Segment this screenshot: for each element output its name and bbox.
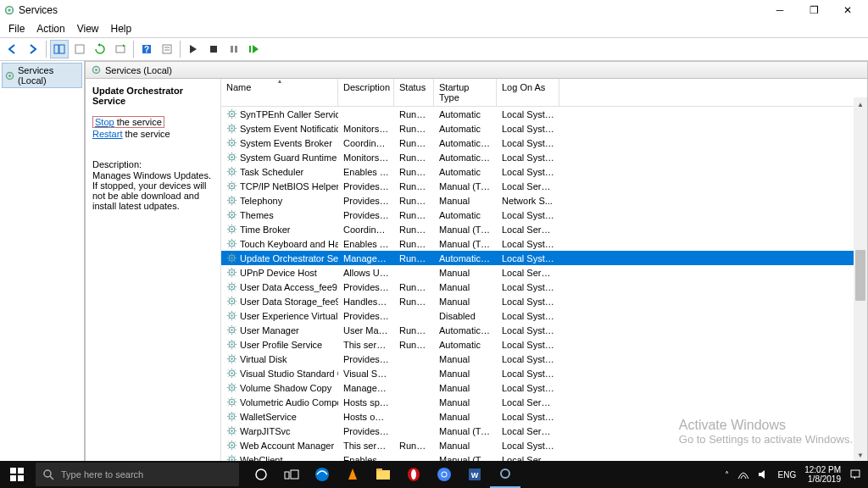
service-row[interactable]: Touch Keyboard and Hand...Enables Tou...… [221,236,867,251]
close-button[interactable]: ✕ [831,0,865,20]
tray-notifications-icon[interactable] [849,469,861,480]
column-startup[interactable]: Startup Type [434,79,497,106]
stop-service-link-box: Stop the service [92,116,164,128]
taskbar-app-chrome[interactable] [429,461,459,488]
svg-rect-14 [249,46,251,53]
stop-service-link[interactable]: Stop [95,117,114,127]
scroll-down-button[interactable]: ▼ [854,448,867,462]
taskbar-app-explorer[interactable] [368,461,398,488]
main-header: Services (Local) [86,62,867,79]
svg-line-82 [50,476,53,480]
taskbar-app-edge[interactable] [307,461,337,488]
scroll-up-button[interactable]: ▲ [854,97,867,111]
tray-volume-icon[interactable] [758,469,770,480]
svg-point-40 [231,257,232,258]
task-view-button[interactable] [276,461,307,488]
svg-point-18 [95,69,97,71]
menu-file[interactable]: File [3,21,30,36]
service-list[interactable]: SynTPEnh Caller ServiceRunningAutomaticL… [221,107,867,462]
svg-point-28 [231,170,232,172]
svg-text:?: ? [144,45,149,54]
taskbar-search[interactable]: Type here to search [36,463,239,486]
service-row[interactable]: User ManagerUser Manag...RunningAutomati… [221,323,867,337]
service-row[interactable]: User Profile ServiceThis service ...Runn… [221,337,867,352]
start-service-button[interactable] [184,40,203,58]
taskbar-app-vlc[interactable] [337,461,368,488]
stop-service-button[interactable] [204,40,223,58]
service-row[interactable]: System Event Notification S...Monitors s… [221,121,867,136]
service-row[interactable]: Virtual DiskProvides m...ManualLocal Sys… [221,352,867,366]
forward-button[interactable] [24,40,42,58]
service-row[interactable]: Web Account ManagerThis service ...Runni… [221,438,867,452]
svg-point-32 [231,199,232,201]
svg-rect-87 [376,470,390,480]
service-row[interactable]: Visual Studio Standard Coll...Visual Stu… [221,366,867,380]
svg-point-30 [231,185,232,186]
vertical-scrollbar[interactable]: ▲ ▼ [854,97,867,462]
tray-clock[interactable]: 12:02 PM 1/8/2019 [804,465,841,484]
export-list-button[interactable] [111,40,130,58]
tray-language[interactable]: ENG [778,470,797,480]
column-logon[interactable]: Log On As [497,79,559,106]
svg-point-20 [231,113,232,114]
service-row[interactable]: Volumetric Audio Composit...Hosts spatia… [221,395,867,409]
maximize-button[interactable]: ❐ [797,0,831,20]
service-row[interactable]: System Guard Runtime Mo...Monitors an...… [221,150,867,164]
cortana-button[interactable] [246,461,276,488]
svg-rect-2 [54,45,58,53]
start-button[interactable] [0,468,34,481]
back-button[interactable] [3,40,22,58]
service-row[interactable]: System Events BrokerCoordinates...Runnin… [221,136,867,150]
taskbar-app-services[interactable] [490,461,520,488]
service-row[interactable]: WarpJITSvcProvides a JI...Manual (Trig..… [221,424,867,438]
svg-point-81 [44,470,51,477]
taskbar-app-word[interactable]: W [459,461,490,488]
minimize-button[interactable]: ─ [763,0,797,20]
service-row[interactable]: Time BrokerCoordinates...RunningManual (… [221,222,867,236]
pause-service-button[interactable] [225,40,243,58]
service-row[interactable]: UPnP Device HostAllows UPn...ManualLocal… [221,265,867,280]
service-row[interactable]: ThemesProvides us...RunningAutomaticLoca… [221,208,867,222]
column-status[interactable]: Status [394,79,434,106]
service-row[interactable]: TelephonyProvides Tel...RunningManualNet… [221,193,867,208]
tray-expand-icon[interactable]: ˄ [725,470,729,480]
taskbar: Type here to search W ˄ ENG 12:02 PM 1/8… [0,461,868,488]
svg-point-50 [231,329,232,330]
services-icon [3,4,15,16]
menu-view[interactable]: View [72,21,104,36]
svg-point-38 [231,242,232,244]
service-row[interactable]: TCP/IP NetBIOS HelperProvides su...Runni… [221,179,867,193]
service-row[interactable]: WalletServiceHosts objec...ManualLocal S… [221,409,867,424]
service-row[interactable]: Update Orchestrator ServiceManages W...R… [221,251,867,265]
menu-action[interactable]: Action [31,21,70,36]
service-row[interactable]: Task SchedulerEnables a us...RunningAuto… [221,164,867,179]
help-button[interactable]: ? [137,40,156,58]
service-row[interactable]: SynTPEnh Caller ServiceRunningAutomaticL… [221,107,867,121]
svg-rect-4 [75,45,84,53]
properties-button[interactable] [158,40,176,58]
tree-services-local[interactable]: Services (Local) [2,63,82,88]
tray-network-icon[interactable] [737,469,749,480]
svg-point-36 [231,228,232,230]
column-description[interactable]: Description [338,79,394,106]
service-row[interactable]: User Experience Virtualizatio...Provides… [221,308,867,323]
svg-rect-8 [163,45,171,53]
menu-help[interactable]: Help [106,21,137,36]
svg-rect-11 [210,46,217,53]
column-name[interactable]: Name [221,79,338,106]
taskbar-app-opera[interactable] [398,461,429,488]
svg-rect-12 [231,46,233,53]
export-button[interactable] [70,40,89,58]
restart-service-button[interactable] [245,40,264,58]
console-tree: Services (Local) [0,61,85,463]
scroll-thumb[interactable] [855,250,865,301]
service-row[interactable]: User Data Storage_fee91aHandles sto...Ru… [221,294,867,308]
service-row[interactable]: Volume Shadow CopyManages an...ManualLoc… [221,380,867,395]
svg-point-22 [231,127,232,129]
show-hide-tree-button[interactable] [50,40,69,58]
restart-service-link[interactable]: Restart [92,129,122,139]
svg-rect-88 [376,469,382,471]
refresh-button[interactable] [91,40,109,58]
svg-rect-78 [18,468,24,474]
service-row[interactable]: User Data Access_fee91aProvides ap...Run… [221,280,867,294]
